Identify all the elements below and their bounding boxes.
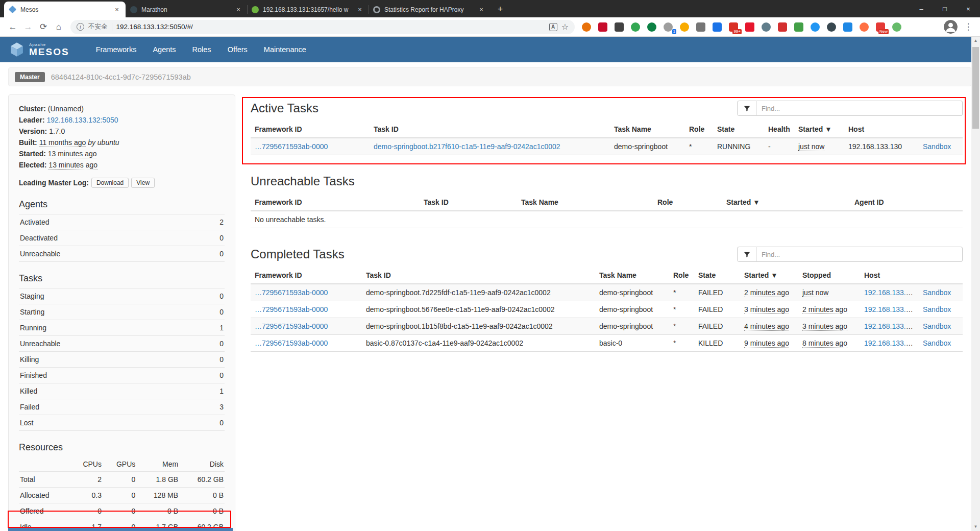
refresh-icon[interactable]: ⟳ bbox=[36, 19, 51, 35]
address-bar[interactable]: i 不安全 192.168.133.132:5050/#/ A ☆ bbox=[70, 20, 575, 34]
profile-avatar[interactable] bbox=[944, 20, 958, 34]
extension-icon[interactable]: 1 bbox=[664, 22, 673, 32]
scrollbar[interactable]: ▲ ▼ bbox=[971, 37, 980, 531]
framework-id-link[interactable]: …7295671593ab-0000 bbox=[255, 142, 328, 151]
nav-item-agents[interactable]: Agents bbox=[144, 37, 184, 62]
col-host[interactable]: Host bbox=[860, 267, 919, 284]
sandbox-link[interactable]: Sandbox bbox=[923, 305, 951, 313]
extension-icon[interactable] bbox=[892, 22, 901, 32]
extension-icon[interactable] bbox=[860, 22, 869, 32]
new-tab-button[interactable]: + bbox=[493, 2, 507, 16]
framework-id-link[interactable]: …7295671593ab-0000 bbox=[255, 339, 328, 347]
translate-icon[interactable]: A bbox=[549, 23, 557, 31]
extension-icon[interactable]: New bbox=[876, 22, 885, 32]
extension-icon[interactable] bbox=[811, 22, 820, 32]
col-task-id[interactable]: Task ID bbox=[370, 121, 610, 138]
close-icon[interactable]: × bbox=[957, 0, 980, 17]
browser-menu-icon[interactable]: ⋮ bbox=[962, 21, 975, 32]
tab-haproxy[interactable]: Statistics Report for HAProxy × bbox=[369, 2, 490, 17]
extension-icon[interactable] bbox=[615, 22, 624, 32]
extension-icon[interactable] bbox=[794, 22, 803, 32]
extension-icon[interactable] bbox=[778, 22, 787, 32]
completed-find-input[interactable] bbox=[756, 247, 963, 262]
task-id-link[interactable]: demo-springboot.b217f610-c1a5-11e9-aaf9-… bbox=[374, 142, 560, 151]
host-link[interactable]: 192.168.133.130 bbox=[864, 305, 918, 313]
col-host[interactable]: Host bbox=[844, 121, 919, 138]
tab-marathon[interactable]: Marathon × bbox=[126, 2, 247, 17]
tab-mesos[interactable]: Mesos × bbox=[4, 2, 126, 17]
filter-button[interactable] bbox=[737, 247, 756, 262]
extension-icon[interactable] bbox=[647, 22, 656, 32]
extension-icon[interactable] bbox=[745, 22, 754, 32]
extension-icon[interactable] bbox=[827, 22, 836, 32]
sandbox-link[interactable]: Sandbox bbox=[923, 339, 951, 347]
sandbox-link[interactable]: Sandbox bbox=[923, 322, 951, 330]
scrollbar-down-icon[interactable]: ▼ bbox=[971, 523, 980, 531]
unreachable-tasks-header: Unreachable Tasks bbox=[251, 174, 963, 189]
tab-close-icon[interactable]: × bbox=[113, 6, 121, 14]
framework-id-link[interactable]: …7295671593ab-0000 bbox=[255, 322, 328, 330]
col-started[interactable]: Started ▼ bbox=[740, 267, 798, 284]
extension-icon[interactable] bbox=[696, 22, 705, 32]
col-task-name[interactable]: Task Name bbox=[595, 267, 669, 284]
view-log-button[interactable]: View bbox=[131, 178, 155, 188]
extension-icon[interactable] bbox=[843, 22, 852, 32]
framework-id-link[interactable]: …7295671593ab-0000 bbox=[255, 305, 328, 313]
col-task-id[interactable]: Task ID bbox=[420, 194, 517, 211]
extension-icon[interactable]: 99+ bbox=[729, 22, 738, 32]
sandbox-link[interactable]: Sandbox bbox=[923, 288, 951, 297]
nav-item-frameworks[interactable]: Frameworks bbox=[88, 37, 145, 62]
bookmark-star-icon[interactable]: ☆ bbox=[561, 22, 569, 32]
framework-id-link[interactable]: …7295671593ab-0000 bbox=[255, 288, 328, 297]
version-value: 1.7.0 bbox=[49, 127, 65, 135]
forward-icon[interactable]: → bbox=[20, 19, 36, 35]
download-log-button[interactable]: Download bbox=[91, 178, 129, 188]
scrollbar-thumb[interactable] bbox=[972, 47, 979, 129]
active-find-input[interactable] bbox=[756, 101, 963, 116]
extension-icon[interactable] bbox=[582, 22, 591, 32]
extension-icon[interactable] bbox=[598, 22, 607, 32]
task-role: * bbox=[669, 318, 694, 335]
col-state[interactable]: State bbox=[694, 267, 740, 284]
host-link[interactable]: 192.168.133.131 bbox=[864, 288, 918, 297]
extension-icon[interactable] bbox=[713, 22, 722, 32]
extension-icon[interactable] bbox=[631, 22, 640, 32]
maximize-icon[interactable]: □ bbox=[933, 0, 957, 17]
col-framework-id[interactable]: Framework ID bbox=[251, 194, 420, 211]
scrollbar-up-icon[interactable]: ▲ bbox=[971, 37, 980, 45]
mesos-brand[interactable]: Apache MESOS bbox=[9, 42, 69, 57]
leader-link[interactable]: 192.168.133.132:5050 bbox=[46, 116, 118, 124]
col-health[interactable]: Health bbox=[764, 121, 794, 138]
nav-item-offers[interactable]: Offers bbox=[219, 37, 256, 62]
tab-close-icon[interactable]: × bbox=[477, 6, 485, 14]
col-started[interactable]: Started ▼ bbox=[794, 121, 844, 138]
sandbox-link[interactable]: Sandbox bbox=[923, 142, 951, 151]
extension-icon[interactable] bbox=[680, 22, 689, 32]
minimize-icon[interactable]: – bbox=[910, 0, 933, 17]
home-icon[interactable]: ⌂ bbox=[51, 19, 66, 35]
back-icon[interactable]: ← bbox=[5, 19, 20, 35]
col-agent-id[interactable]: Agent ID bbox=[850, 194, 963, 211]
host-link[interactable]: 192.168.133.130 bbox=[864, 322, 918, 330]
nav-item-maintenance[interactable]: Maintenance bbox=[256, 37, 314, 62]
col-role[interactable]: Role bbox=[669, 267, 694, 284]
col-framework-id[interactable]: Framework ID bbox=[251, 267, 362, 284]
col-framework-id[interactable]: Framework ID bbox=[251, 121, 370, 138]
col-role[interactable]: Role bbox=[653, 194, 722, 211]
col-task-name[interactable]: Task Name bbox=[610, 121, 685, 138]
col-task-name[interactable]: Task Name bbox=[517, 194, 653, 211]
col-started[interactable]: Started ▼ bbox=[722, 194, 850, 211]
extension-icon[interactable] bbox=[762, 22, 771, 32]
col-role[interactable]: Role bbox=[685, 121, 713, 138]
col-stopped[interactable]: Stopped bbox=[798, 267, 860, 284]
col-state[interactable]: State bbox=[713, 121, 764, 138]
col-task-id[interactable]: Task ID bbox=[362, 267, 595, 284]
host-link[interactable]: 192.168.133.130 bbox=[864, 339, 918, 347]
filter-button[interactable] bbox=[737, 101, 756, 116]
task-name: demo-springboot bbox=[595, 284, 669, 301]
tab-hello[interactable]: 192.168.133.131:31657/hello w × bbox=[247, 2, 369, 17]
tab-close-icon[interactable]: × bbox=[234, 6, 242, 14]
tab-close-icon[interactable]: × bbox=[356, 6, 364, 14]
nav-item-roles[interactable]: Roles bbox=[184, 37, 219, 62]
info-icon[interactable]: i bbox=[77, 23, 84, 31]
